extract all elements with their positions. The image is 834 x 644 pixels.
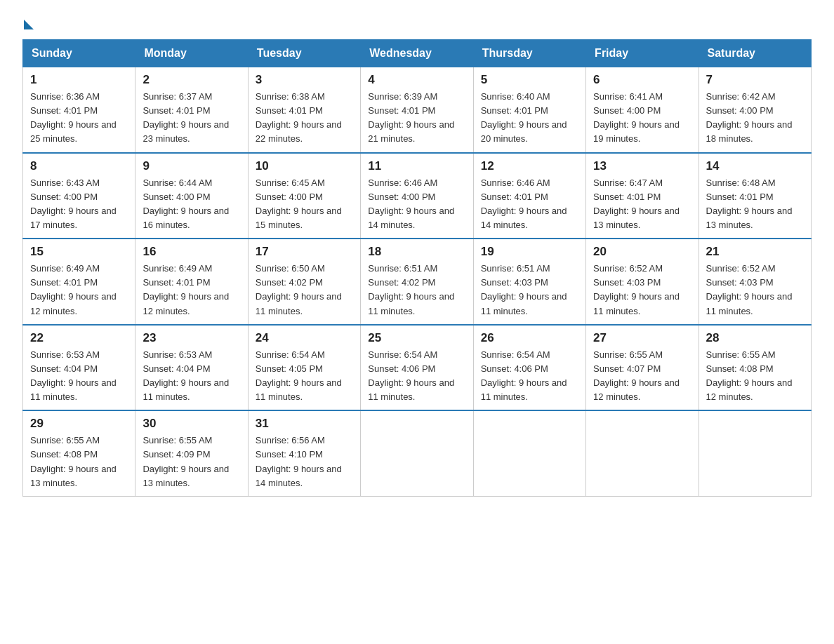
- calendar-day-15: 15 Sunrise: 6:49 AMSunset: 4:01 PMDaylig…: [23, 239, 135, 325]
- day-info: Sunrise: 6:49 AMSunset: 4:01 PMDaylight:…: [143, 263, 229, 316]
- day-number: 2: [143, 73, 240, 87]
- day-number: 5: [481, 73, 578, 87]
- day-number: 21: [706, 245, 804, 259]
- weekday-header-thursday: Thursday: [473, 40, 585, 67]
- calendar-day-5: 5 Sunrise: 6:40 AMSunset: 4:01 PMDayligh…: [473, 67, 585, 153]
- day-number: 14: [706, 159, 804, 173]
- weekday-header-wednesday: Wednesday: [361, 40, 473, 67]
- calendar-day-23: 23 Sunrise: 6:53 AMSunset: 4:04 PMDaylig…: [135, 325, 248, 411]
- calendar-day-16: 16 Sunrise: 6:49 AMSunset: 4:01 PMDaylig…: [135, 239, 248, 325]
- calendar-week-1: 1 Sunrise: 6:36 AMSunset: 4:01 PMDayligh…: [23, 67, 812, 153]
- day-info: Sunrise: 6:55 AMSunset: 4:09 PMDaylight:…: [143, 435, 229, 488]
- day-info: Sunrise: 6:41 AMSunset: 4:00 PMDaylight:…: [593, 91, 680, 144]
- calendar-day-14: 14 Sunrise: 6:48 AMSunset: 4:01 PMDaylig…: [699, 153, 811, 239]
- day-number: 15: [30, 245, 128, 259]
- calendar-table: SundayMondayTuesdayWednesdayThursdayFrid…: [22, 39, 812, 497]
- calendar-day-8: 8 Sunrise: 6:43 AMSunset: 4:00 PMDayligh…: [23, 153, 135, 239]
- day-number: 27: [593, 331, 691, 345]
- day-info: Sunrise: 6:52 AMSunset: 4:03 PMDaylight:…: [706, 263, 793, 316]
- day-info: Sunrise: 6:37 AMSunset: 4:01 PMDaylight:…: [143, 91, 229, 144]
- day-number: 7: [706, 73, 804, 87]
- calendar-week-3: 15 Sunrise: 6:49 AMSunset: 4:01 PMDaylig…: [23, 239, 812, 325]
- day-info: Sunrise: 6:45 AMSunset: 4:00 PMDaylight:…: [256, 177, 342, 230]
- day-info: Sunrise: 6:46 AMSunset: 4:00 PMDaylight:…: [368, 177, 454, 230]
- day-number: 13: [593, 159, 691, 173]
- day-info: Sunrise: 6:47 AMSunset: 4:01 PMDaylight:…: [593, 177, 680, 230]
- day-number: 8: [30, 159, 128, 173]
- day-number: 18: [368, 245, 465, 259]
- empty-cell: [586, 410, 699, 496]
- calendar-day-20: 20 Sunrise: 6:52 AMSunset: 4:03 PMDaylig…: [586, 239, 699, 325]
- calendar-day-21: 21 Sunrise: 6:52 AMSunset: 4:03 PMDaylig…: [699, 239, 811, 325]
- calendar-week-4: 22 Sunrise: 6:53 AMSunset: 4:04 PMDaylig…: [23, 325, 812, 411]
- day-info: Sunrise: 6:40 AMSunset: 4:01 PMDaylight:…: [481, 91, 567, 144]
- day-number: 17: [256, 245, 353, 259]
- logo-arrow-icon: [24, 20, 34, 29]
- weekday-header-friday: Friday: [586, 40, 699, 67]
- day-number: 11: [368, 159, 465, 173]
- day-info: Sunrise: 6:36 AMSunset: 4:01 PMDaylight:…: [30, 91, 117, 144]
- day-number: 1: [30, 73, 128, 87]
- calendar-day-10: 10 Sunrise: 6:45 AMSunset: 4:00 PMDaylig…: [248, 153, 360, 239]
- day-info: Sunrise: 6:39 AMSunset: 4:01 PMDaylight:…: [368, 91, 454, 144]
- day-info: Sunrise: 6:43 AMSunset: 4:00 PMDaylight:…: [30, 177, 117, 230]
- weekday-header-saturday: Saturday: [699, 40, 811, 67]
- day-number: 9: [143, 159, 240, 173]
- day-number: 23: [143, 331, 240, 345]
- calendar-day-22: 22 Sunrise: 6:53 AMSunset: 4:04 PMDaylig…: [23, 325, 135, 411]
- day-number: 6: [593, 73, 691, 87]
- day-info: Sunrise: 6:55 AMSunset: 4:07 PMDaylight:…: [593, 349, 680, 402]
- empty-cell: [473, 410, 585, 496]
- calendar-day-2: 2 Sunrise: 6:37 AMSunset: 4:01 PMDayligh…: [135, 67, 248, 153]
- day-number: 16: [143, 245, 240, 259]
- day-number: 31: [256, 417, 353, 431]
- day-number: 4: [368, 73, 465, 87]
- day-info: Sunrise: 6:42 AMSunset: 4:00 PMDaylight:…: [706, 91, 793, 144]
- day-number: 10: [256, 159, 353, 173]
- day-info: Sunrise: 6:55 AMSunset: 4:08 PMDaylight:…: [30, 435, 117, 488]
- day-info: Sunrise: 6:54 AMSunset: 4:06 PMDaylight:…: [368, 349, 454, 402]
- day-info: Sunrise: 6:46 AMSunset: 4:01 PMDaylight:…: [481, 177, 567, 230]
- calendar-day-28: 28 Sunrise: 6:55 AMSunset: 4:08 PMDaylig…: [699, 325, 811, 411]
- calendar-week-5: 29 Sunrise: 6:55 AMSunset: 4:08 PMDaylig…: [23, 410, 812, 496]
- day-info: Sunrise: 6:56 AMSunset: 4:10 PMDaylight:…: [256, 435, 342, 488]
- day-info: Sunrise: 6:51 AMSunset: 4:02 PMDaylight:…: [368, 263, 454, 316]
- day-number: 30: [143, 417, 240, 431]
- calendar-day-31: 31 Sunrise: 6:56 AMSunset: 4:10 PMDaylig…: [248, 410, 360, 496]
- day-info: Sunrise: 6:38 AMSunset: 4:01 PMDaylight:…: [256, 91, 342, 144]
- day-info: Sunrise: 6:55 AMSunset: 4:08 PMDaylight:…: [706, 349, 793, 402]
- calendar-day-29: 29 Sunrise: 6:55 AMSunset: 4:08 PMDaylig…: [23, 410, 135, 496]
- calendar-day-17: 17 Sunrise: 6:50 AMSunset: 4:02 PMDaylig…: [248, 239, 360, 325]
- calendar-day-19: 19 Sunrise: 6:51 AMSunset: 4:03 PMDaylig…: [473, 239, 585, 325]
- calendar-day-13: 13 Sunrise: 6:47 AMSunset: 4:01 PMDaylig…: [586, 153, 699, 239]
- calendar-day-7: 7 Sunrise: 6:42 AMSunset: 4:00 PMDayligh…: [699, 67, 811, 153]
- calendar-day-27: 27 Sunrise: 6:55 AMSunset: 4:07 PMDaylig…: [586, 325, 699, 411]
- day-number: 25: [368, 331, 465, 345]
- page-header: [22, 17, 812, 25]
- day-info: Sunrise: 6:53 AMSunset: 4:04 PMDaylight:…: [143, 349, 229, 402]
- empty-cell: [361, 410, 473, 496]
- calendar-day-26: 26 Sunrise: 6:54 AMSunset: 4:06 PMDaylig…: [473, 325, 585, 411]
- day-number: 26: [481, 331, 578, 345]
- day-number: 24: [256, 331, 353, 345]
- calendar-day-18: 18 Sunrise: 6:51 AMSunset: 4:02 PMDaylig…: [361, 239, 473, 325]
- day-info: Sunrise: 6:51 AMSunset: 4:03 PMDaylight:…: [481, 263, 567, 316]
- day-info: Sunrise: 6:53 AMSunset: 4:04 PMDaylight:…: [30, 349, 117, 402]
- day-info: Sunrise: 6:49 AMSunset: 4:01 PMDaylight:…: [30, 263, 117, 316]
- calendar-day-6: 6 Sunrise: 6:41 AMSunset: 4:00 PMDayligh…: [586, 67, 699, 153]
- day-number: 22: [30, 331, 128, 345]
- calendar-day-3: 3 Sunrise: 6:38 AMSunset: 4:01 PMDayligh…: [248, 67, 360, 153]
- day-number: 12: [481, 159, 578, 173]
- day-number: 3: [256, 73, 353, 87]
- calendar-day-11: 11 Sunrise: 6:46 AMSunset: 4:00 PMDaylig…: [361, 153, 473, 239]
- day-info: Sunrise: 6:54 AMSunset: 4:05 PMDaylight:…: [256, 349, 342, 402]
- weekday-header-monday: Monday: [135, 40, 248, 67]
- day-number: 28: [706, 331, 804, 345]
- calendar-day-24: 24 Sunrise: 6:54 AMSunset: 4:05 PMDaylig…: [248, 325, 360, 411]
- day-number: 19: [481, 245, 578, 259]
- calendar-day-25: 25 Sunrise: 6:54 AMSunset: 4:06 PMDaylig…: [361, 325, 473, 411]
- calendar-day-1: 1 Sunrise: 6:36 AMSunset: 4:01 PMDayligh…: [23, 67, 135, 153]
- day-info: Sunrise: 6:52 AMSunset: 4:03 PMDaylight:…: [593, 263, 680, 316]
- empty-cell: [699, 410, 811, 496]
- weekday-header-sunday: Sunday: [23, 40, 135, 67]
